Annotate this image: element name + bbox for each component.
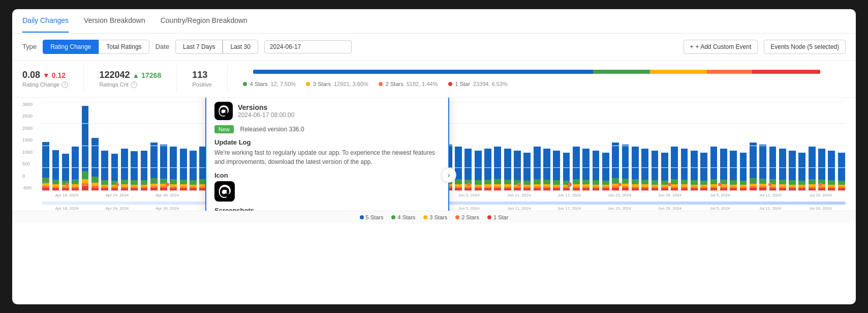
bar-segment	[91, 138, 99, 177]
bar-segment	[131, 151, 138, 180]
star-4-label: 4 Stars	[250, 81, 268, 87]
bar-segment	[534, 147, 541, 179]
bar-segment	[121, 188, 128, 190]
bar-segment	[622, 145, 629, 179]
date-input[interactable]	[264, 40, 352, 53]
stat-ratings-cnt: 122042 ▲ 17268 Ratings Cnt ?	[84, 66, 177, 92]
bar-segment	[52, 188, 59, 190]
stat-positive-label: Positive	[192, 81, 212, 88]
bar-segment	[710, 147, 718, 179]
bar-segment	[190, 151, 197, 180]
popup-icon-title: Icon	[214, 172, 440, 179]
event-dot	[467, 183, 471, 186]
bar-segment	[612, 188, 619, 190]
popup-icon-section: Icon	[214, 172, 440, 202]
bar-segment	[740, 153, 747, 181]
tab-version-breakdown[interactable]: Version Breakdown	[84, 9, 145, 33]
bar-segment	[720, 188, 727, 190]
bar-segment	[160, 145, 167, 179]
bar-segment	[573, 147, 580, 179]
bar-segment	[523, 153, 531, 181]
chart-area: 3000 2500 2000 1500 1000 500 0 -500 Apr …	[12, 98, 856, 200]
bar-segment	[553, 188, 560, 190]
bar-segment	[504, 149, 511, 180]
legend-dot-3star	[423, 215, 427, 219]
bar-segment	[671, 188, 678, 190]
plus-icon: +	[690, 43, 694, 50]
bar-segment	[160, 188, 167, 190]
bar-segment	[504, 188, 511, 190]
dot-1star	[448, 82, 452, 86]
bar-segment	[710, 188, 718, 190]
bar-segment	[818, 149, 825, 180]
stat-stars-area: 4 Stars 12, 7.50% 3 Stars 12921, 3.60% 2…	[228, 66, 846, 92]
bar-segment	[779, 149, 786, 180]
popup-screenshots-section: Screenshots DARE GREAT Find your followe…	[214, 207, 440, 211]
bar-segment	[42, 142, 49, 178]
bar-1star	[752, 70, 820, 74]
popup: Versions 2024-06-17 08:00:00 New Release…	[205, 98, 449, 211]
bar-segment	[641, 149, 648, 180]
bar-segment	[632, 147, 639, 179]
event-dot	[668, 183, 671, 186]
bar-segment	[553, 151, 560, 180]
bar-segment	[671, 147, 678, 179]
bar-segment	[573, 188, 580, 190]
stat-positive-value: 113	[192, 70, 212, 80]
bar-segment	[789, 151, 796, 180]
bar-segment	[838, 188, 845, 190]
bar-segment	[750, 188, 757, 190]
last30-btn[interactable]: Last 30	[223, 40, 258, 54]
star-3-label: 3 Stars	[313, 81, 331, 87]
event-dot	[65, 183, 69, 186]
total-ratings-btn[interactable]: Total Ratings	[99, 40, 149, 54]
add-custom-event-btn[interactable]: + + Add Custom Event	[684, 40, 758, 54]
bar-segment	[691, 188, 698, 190]
last7-btn[interactable]: Last 7 Days	[175, 40, 223, 54]
bar-segment	[180, 188, 187, 190]
bar-3star	[650, 70, 707, 74]
bar-2star	[707, 70, 752, 74]
bar-segment	[180, 149, 187, 180]
popup-date: 2024-06-17 08:00:00	[238, 111, 294, 119]
bar-segment	[641, 188, 648, 190]
tab-daily-changes[interactable]: Daily Changes	[22, 9, 69, 33]
rating-change-btn[interactable]: Rating Change	[43, 40, 99, 54]
bar-segment	[111, 154, 118, 181]
star-1-label: 1 Star	[455, 81, 470, 87]
bar-segment	[464, 188, 472, 190]
bar-group[interactable]	[81, 106, 89, 190]
bar-segment	[828, 151, 835, 180]
bar-segment	[563, 188, 570, 190]
legend-dot-5star	[360, 215, 364, 219]
bar-segment	[101, 151, 108, 180]
bar-segment	[514, 151, 521, 180]
event-dot	[718, 183, 722, 186]
date-label: Date	[156, 43, 169, 50]
events-node-btn[interactable]: Events Node (5 selected)	[764, 40, 846, 54]
popup-next-btn[interactable]: ›	[441, 167, 456, 183]
bar-segment	[593, 151, 600, 180]
bar-segment	[818, 188, 825, 190]
star-1-count: 23394, 6.53%	[473, 81, 508, 87]
bar-segment	[602, 153, 609, 181]
event-dot	[768, 183, 772, 186]
date-range-toggle: Last 7 Days Last 30	[175, 40, 258, 54]
dot-3star	[306, 82, 310, 86]
bar-segment	[494, 147, 501, 179]
legend-3star: 3 Stars	[423, 214, 447, 220]
bar-segment	[170, 188, 177, 190]
bar-segment	[523, 188, 531, 190]
legend-dot-4star	[391, 215, 395, 219]
stat-rating-label: Rating Change ?	[22, 81, 68, 88]
bar-segment	[150, 188, 158, 190]
tab-country-region[interactable]: Country/Region Breakdown	[161, 9, 247, 33]
bar-segment	[691, 151, 698, 180]
bar-segment	[42, 188, 49, 190]
bar-segment	[779, 188, 786, 190]
bar-segment	[514, 188, 521, 190]
event-dot	[166, 183, 169, 186]
type-label: Type	[22, 43, 37, 50]
dot-4star	[243, 82, 247, 86]
bar-segment	[563, 153, 570, 181]
